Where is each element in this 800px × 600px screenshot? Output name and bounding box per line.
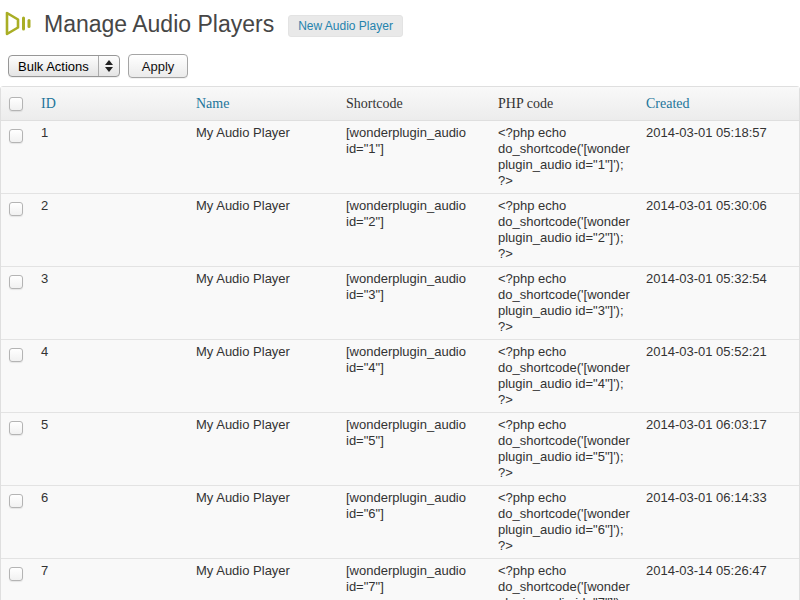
cell-id: 6 bbox=[34, 486, 189, 559]
cell-id: 3 bbox=[34, 267, 189, 340]
cell-id: 4 bbox=[34, 340, 189, 413]
column-header-name-top[interactable]: Name bbox=[189, 87, 339, 121]
cell-name: My Audio Player bbox=[189, 121, 339, 194]
players-table-body: 1 My Audio Player [wonderplugin_audio id… bbox=[1, 121, 799, 600]
cell-name: My Audio Player bbox=[189, 413, 339, 486]
cell-php-code: <?php echo do_shortcode('[wonderplugin_a… bbox=[491, 194, 639, 267]
cell-id: 1 bbox=[34, 121, 189, 194]
column-header-shortcode-top: Shortcode bbox=[339, 87, 491, 121]
header-checkbox-cell bbox=[1, 87, 34, 121]
cell-shortcode: [wonderplugin_audio id="2"] bbox=[339, 194, 491, 267]
audio-players-table: ID Name Shortcode PHP code Created 1 My … bbox=[0, 86, 800, 600]
table-header: ID Name Shortcode PHP code Created bbox=[1, 87, 799, 121]
table-row: 7 My Audio Player [wonderplugin_audio id… bbox=[1, 559, 799, 600]
row-checkbox[interactable] bbox=[9, 275, 23, 289]
row-checkbox-cell bbox=[1, 559, 34, 600]
row-checkbox-cell bbox=[1, 121, 34, 194]
column-header-created-top[interactable]: Created bbox=[639, 87, 799, 121]
cell-id: 7 bbox=[34, 559, 189, 600]
cell-created: 2014-03-01 05:30:06 bbox=[639, 194, 799, 267]
row-checkbox[interactable] bbox=[9, 202, 23, 216]
new-audio-player-button[interactable]: New Audio Player bbox=[288, 15, 403, 37]
row-checkbox[interactable] bbox=[9, 348, 23, 362]
row-checkbox-cell bbox=[1, 267, 34, 340]
cell-shortcode: [wonderplugin_audio id="1"] bbox=[339, 121, 491, 194]
cell-shortcode: [wonderplugin_audio id="3"] bbox=[339, 267, 491, 340]
select-all-checkbox-top[interactable] bbox=[9, 97, 23, 111]
up-down-stepper-icon bbox=[98, 56, 119, 76]
row-checkbox-cell bbox=[1, 486, 34, 559]
row-checkbox-cell bbox=[1, 340, 34, 413]
cell-created: 2014-03-01 05:52:21 bbox=[639, 340, 799, 413]
column-header-php-code-top: PHP code bbox=[491, 87, 639, 121]
bulk-actions-bar-top: Bulk Actions Apply bbox=[0, 54, 800, 78]
cell-shortcode: [wonderplugin_audio id="5"] bbox=[339, 413, 491, 486]
cell-php-code: <?php echo do_shortcode('[wonderplugin_a… bbox=[491, 121, 639, 194]
cell-shortcode: [wonderplugin_audio id="6"] bbox=[339, 486, 491, 559]
bulk-actions-selected-value: Bulk Actions bbox=[18, 59, 98, 74]
row-checkbox[interactable] bbox=[9, 567, 23, 581]
row-checkbox[interactable] bbox=[9, 129, 23, 143]
cell-name: My Audio Player bbox=[189, 559, 339, 600]
table-row: 2 My Audio Player [wonderplugin_audio id… bbox=[1, 194, 799, 267]
table-row: 5 My Audio Player [wonderplugin_audio id… bbox=[1, 413, 799, 486]
cell-php-code: <?php echo do_shortcode('[wonderplugin_a… bbox=[491, 413, 639, 486]
page-title: Manage Audio Players bbox=[44, 11, 274, 38]
cell-name: My Audio Player bbox=[189, 194, 339, 267]
cell-created: 2014-03-01 05:18:57 bbox=[639, 121, 799, 194]
table-row: 6 My Audio Player [wonderplugin_audio id… bbox=[1, 486, 799, 559]
cell-name: My Audio Player bbox=[189, 267, 339, 340]
column-header-id-top[interactable]: ID bbox=[34, 87, 189, 121]
cell-created: 2014-03-01 06:03:17 bbox=[639, 413, 799, 486]
row-checkbox-cell bbox=[1, 413, 34, 486]
cell-name: My Audio Player bbox=[189, 340, 339, 413]
table-row: 3 My Audio Player [wonderplugin_audio id… bbox=[1, 267, 799, 340]
cell-id: 5 bbox=[34, 413, 189, 486]
cell-shortcode: [wonderplugin_audio id="7"] bbox=[339, 559, 491, 600]
cell-php-code: <?php echo do_shortcode('[wonderplugin_a… bbox=[491, 486, 639, 559]
apply-button-top[interactable]: Apply bbox=[128, 54, 189, 78]
cell-created: 2014-03-01 05:32:54 bbox=[639, 267, 799, 340]
row-checkbox-cell bbox=[1, 194, 34, 267]
table-row: 4 My Audio Player [wonderplugin_audio id… bbox=[1, 340, 799, 413]
cell-name: My Audio Player bbox=[189, 486, 339, 559]
cell-php-code: <?php echo do_shortcode('[wonderplugin_a… bbox=[491, 267, 639, 340]
row-checkbox[interactable] bbox=[9, 421, 23, 435]
cell-php-code: <?php echo do_shortcode('[wonderplugin_a… bbox=[491, 559, 639, 600]
page-header: Manage Audio Players New Audio Player bbox=[0, 8, 800, 40]
cell-created: 2014-03-01 06:14:33 bbox=[639, 486, 799, 559]
bulk-actions-select-top[interactable]: Bulk Actions bbox=[8, 55, 120, 77]
cell-php-code: <?php echo do_shortcode('[wonderplugin_a… bbox=[491, 340, 639, 413]
manage-audio-players-page: Manage Audio Players New Audio Player Bu… bbox=[0, 0, 800, 600]
row-checkbox[interactable] bbox=[9, 494, 23, 508]
cell-shortcode: [wonderplugin_audio id="4"] bbox=[339, 340, 491, 413]
cell-id: 2 bbox=[34, 194, 189, 267]
table-row: 1 My Audio Player [wonderplugin_audio id… bbox=[1, 121, 799, 194]
speaker-icon bbox=[4, 11, 34, 37]
cell-created: 2014-03-14 05:26:47 bbox=[639, 559, 799, 600]
